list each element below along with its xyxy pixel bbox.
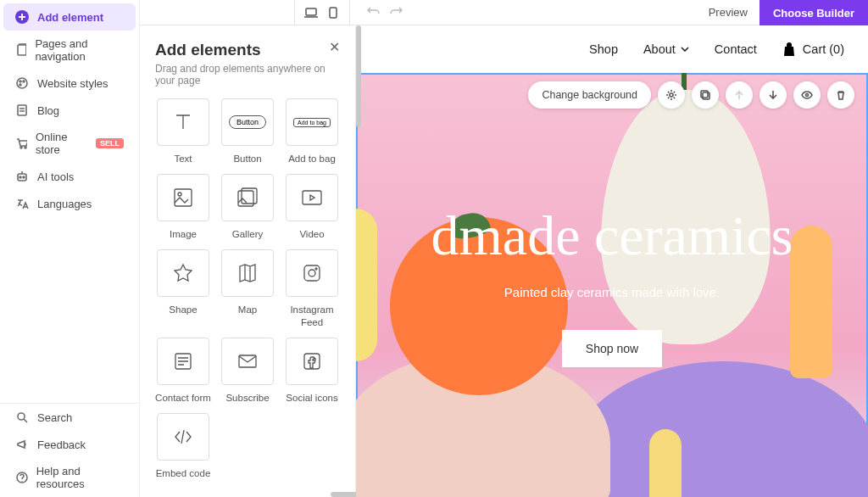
sidebar-item-pages[interactable]: Pages and navigation (3, 31, 136, 70)
element-social[interactable]: Social icons (284, 338, 340, 405)
undo-redo-group (360, 5, 403, 20)
sidebar-item-blog[interactable]: Blog (3, 97, 136, 124)
panel-close-button[interactable]: ✕ (329, 41, 340, 54)
nav-contact[interactable]: Contact (715, 42, 757, 56)
sidebar-item-search[interactable]: Search (3, 404, 136, 431)
svg-point-21 (309, 270, 315, 276)
svg-point-9 (25, 147, 26, 148)
search-icon (15, 410, 29, 424)
sidebar-item-label: Add element (37, 11, 103, 24)
svg-rect-25 (304, 354, 320, 369)
svg-rect-7 (18, 105, 26, 115)
sidebar-item-label: Blog (37, 104, 59, 117)
svg-rect-2 (18, 45, 26, 55)
svg-point-16 (178, 193, 181, 196)
sidebar-item-styles[interactable]: Website styles (3, 70, 136, 97)
plus-circle-icon (15, 10, 29, 24)
svg-point-5 (23, 81, 25, 82)
svg-rect-19 (303, 191, 321, 204)
element-text[interactable]: Text (155, 98, 211, 165)
section-delete-button[interactable] (827, 81, 854, 109)
nav-about[interactable]: About (643, 42, 689, 56)
svg-point-12 (23, 176, 25, 178)
svg-rect-24 (239, 355, 256, 367)
sidebar-item-label: Website styles (37, 77, 108, 90)
copy-icon (699, 89, 711, 101)
settings-icon (665, 89, 677, 101)
help-icon (15, 471, 28, 484)
sidebar-item-ai[interactable]: AI tools (3, 163, 136, 190)
device-desktop-button[interactable] (302, 3, 320, 22)
left-sidebar: Add element Pages and navigation Website… (0, 0, 140, 497)
document-icon (15, 103, 29, 117)
svg-point-26 (670, 93, 673, 97)
section-move-up-button[interactable] (726, 81, 753, 109)
element-subscribe[interactable]: Subscribe (220, 338, 275, 405)
site-header: Shop About Contact Cart (0) (356, 25, 868, 73)
undo-button[interactable] (367, 5, 381, 20)
element-shape[interactable]: Shape (155, 249, 211, 329)
element-video[interactable]: Video (284, 174, 340, 241)
svg-point-3 (17, 78, 27, 88)
hero-decor (571, 361, 868, 497)
choose-builder-button[interactable]: Choose Builder (760, 0, 868, 25)
sidebar-item-store[interactable]: Online store SELL (3, 124, 136, 163)
sell-badge: SELL (96, 138, 124, 148)
element-embed[interactable]: Embed code (155, 413, 211, 480)
section-settings-button[interactable] (658, 81, 685, 109)
nav-shop[interactable]: Shop (589, 42, 618, 56)
hero-section[interactable]: Change background dmade ceramics Painted… (356, 73, 868, 497)
sidebar-item-label: Feedback (37, 438, 86, 451)
section-move-down-button[interactable] (760, 81, 787, 109)
redo-button[interactable] (389, 5, 403, 20)
element-button[interactable]: Button Button (220, 98, 275, 165)
element-image[interactable]: Image (155, 174, 211, 241)
sidebar-item-help[interactable]: Help and resources (3, 458, 136, 497)
device-mobile-button[interactable] (324, 3, 342, 22)
hero-decor (790, 226, 832, 378)
laptop-icon (304, 7, 318, 19)
gallery-icon (236, 186, 259, 209)
nav-cart[interactable]: Cart (0) (782, 42, 844, 57)
hero-decor (649, 429, 682, 497)
envelope-icon (236, 349, 259, 373)
svg-point-22 (315, 268, 317, 270)
canvas-preview: Shop About Contact Cart (0) Change backg… (356, 25, 868, 497)
svg-rect-0 (306, 8, 316, 15)
element-contact-form[interactable]: Contact form (155, 338, 211, 405)
section-visibility-button[interactable] (793, 81, 821, 109)
change-background-button[interactable]: Change background (528, 81, 651, 109)
hero-title[interactable]: dmade ceramics (431, 204, 793, 268)
svg-point-6 (19, 84, 21, 86)
element-gallery[interactable]: Gallery (220, 174, 275, 241)
svg-rect-15 (175, 189, 192, 206)
add-to-bag-icon: Add to bag (293, 118, 331, 127)
svg-point-8 (20, 147, 22, 148)
sidebar-item-add-element[interactable]: Add element (3, 3, 136, 31)
mobile-icon (329, 7, 337, 19)
facebook-icon (300, 349, 324, 373)
element-instagram[interactable]: Instagram Feed (284, 249, 340, 329)
robot-icon (15, 170, 29, 183)
sidebar-item-label: Languages (37, 198, 92, 210)
sidebar-item-label: Online store (36, 131, 87, 156)
move-up-icon (733, 89, 745, 101)
element-map[interactable]: Map (220, 249, 275, 329)
section-duplicate-button[interactable] (692, 81, 719, 109)
preview-button[interactable]: Preview (697, 1, 760, 24)
sidebar-item-languages[interactable]: Languages (3, 190, 136, 217)
code-icon (171, 425, 195, 449)
device-switcher (294, 0, 350, 25)
svg-point-4 (19, 81, 21, 82)
video-icon (300, 186, 324, 209)
bag-icon (782, 42, 796, 57)
megaphone-icon (15, 438, 29, 451)
hero-cta-button[interactable]: Shop now (562, 330, 662, 367)
palette-icon (15, 76, 29, 90)
svg-rect-20 (304, 265, 320, 281)
sidebar-item-feedback[interactable]: Feedback (3, 431, 136, 458)
hero-subtitle[interactable]: Painted clay ceramics made with love. (504, 285, 720, 299)
text-icon (171, 110, 195, 134)
instagram-icon (300, 261, 324, 285)
element-add-to-bag[interactable]: Add to bag Add to bag (284, 98, 340, 165)
